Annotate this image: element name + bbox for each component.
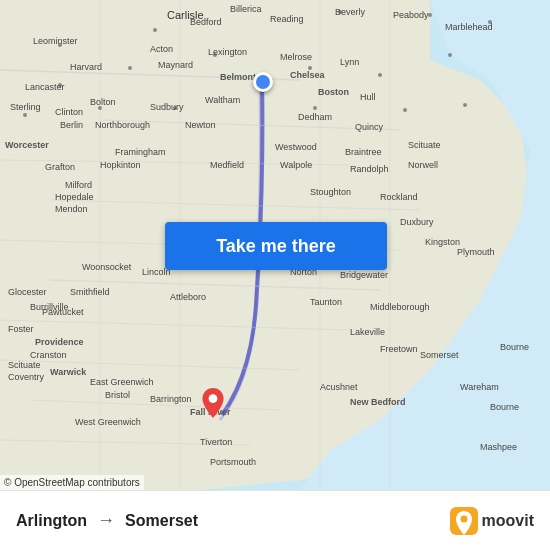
moovit-text: moovit: [482, 512, 534, 530]
svg-point-117: [460, 515, 467, 522]
svg-text:New Bedford: New Bedford: [350, 397, 406, 407]
svg-text:Scituate: Scituate: [8, 360, 41, 370]
svg-text:Leominster: Leominster: [33, 36, 78, 46]
svg-text:Barrington: Barrington: [150, 394, 192, 404]
svg-point-27: [448, 53, 452, 57]
svg-text:Burrillville: Burrillville: [30, 302, 69, 312]
svg-text:Westwood: Westwood: [275, 142, 317, 152]
map-attribution: © OpenStreetMap contributors: [0, 475, 144, 490]
arrow-icon: →: [97, 510, 115, 531]
svg-text:Lynn: Lynn: [340, 57, 359, 67]
svg-text:Marblehead: Marblehead: [445, 22, 493, 32]
bottom-bar: Arlington → Somerset moovit: [0, 490, 550, 550]
svg-text:Providence: Providence: [35, 337, 84, 347]
svg-text:Taunton: Taunton: [310, 297, 342, 307]
svg-text:Sterling: Sterling: [10, 102, 41, 112]
svg-text:Maynard: Maynard: [158, 60, 193, 70]
svg-text:Billerica: Billerica: [230, 4, 262, 14]
svg-text:Bourne: Bourne: [500, 342, 529, 352]
svg-text:Braintree: Braintree: [345, 147, 382, 157]
svg-text:Framingham: Framingham: [115, 147, 166, 157]
map-container: Leominster Harvard Lancaster Sterling Bo…: [0, 0, 550, 490]
svg-text:Melrose: Melrose: [280, 52, 312, 62]
svg-text:Glocester: Glocester: [8, 287, 47, 297]
take-me-there-button[interactable]: Take me there: [165, 222, 387, 270]
svg-text:Rockland: Rockland: [380, 192, 418, 202]
svg-text:Tiverton: Tiverton: [200, 437, 232, 447]
svg-text:Norwell: Norwell: [408, 160, 438, 170]
svg-text:Lakeville: Lakeville: [350, 327, 385, 337]
svg-text:Lexington: Lexington: [208, 47, 247, 57]
svg-point-20: [428, 13, 432, 17]
svg-text:Attleboro: Attleboro: [170, 292, 206, 302]
from-city: Arlington: [16, 512, 87, 530]
svg-text:Milford: Milford: [65, 180, 92, 190]
svg-text:Wareham: Wareham: [460, 382, 499, 392]
svg-point-26: [378, 73, 382, 77]
svg-text:Scituate: Scituate: [408, 140, 441, 150]
svg-text:Freetown: Freetown: [380, 344, 418, 354]
svg-text:Northborough: Northborough: [95, 120, 150, 130]
svg-text:Hull: Hull: [360, 92, 376, 102]
svg-text:Bourne: Bourne: [490, 402, 519, 412]
svg-text:Warwick: Warwick: [50, 367, 87, 377]
svg-text:Chelsea: Chelsea: [290, 70, 326, 80]
to-city: Somerset: [125, 512, 198, 530]
svg-point-33: [463, 103, 467, 107]
svg-text:Boston: Boston: [318, 87, 349, 97]
svg-text:West Greenwich: West Greenwich: [75, 417, 141, 427]
svg-text:Woonsocket: Woonsocket: [82, 262, 132, 272]
svg-point-31: [313, 106, 317, 110]
svg-text:Hopedale: Hopedale: [55, 192, 94, 202]
svg-text:Bridgewater: Bridgewater: [340, 270, 388, 280]
svg-text:Portsmouth: Portsmouth: [210, 457, 256, 467]
svg-text:Sudbury: Sudbury: [150, 102, 184, 112]
svg-point-28: [23, 113, 27, 117]
svg-text:Foster: Foster: [8, 324, 34, 334]
svg-text:Quincy: Quincy: [355, 122, 384, 132]
svg-text:Beverly: Beverly: [335, 7, 366, 17]
svg-text:Middleborough: Middleborough: [370, 302, 430, 312]
svg-point-23: [128, 66, 132, 70]
origin-pin: [253, 72, 273, 92]
svg-text:Stoughton: Stoughton: [310, 187, 351, 197]
svg-text:East Greenwich: East Greenwich: [90, 377, 154, 387]
svg-text:Plymouth: Plymouth: [457, 247, 495, 257]
svg-text:Lancaster: Lancaster: [25, 82, 65, 92]
svg-text:Walpole: Walpole: [280, 160, 312, 170]
svg-text:Acton: Acton: [150, 44, 173, 54]
svg-text:Mendon: Mendon: [55, 204, 88, 214]
svg-text:Grafton: Grafton: [45, 162, 75, 172]
moovit-pin-icon: [450, 507, 478, 535]
svg-text:Clinton: Clinton: [55, 107, 83, 117]
svg-text:Worcester: Worcester: [5, 140, 49, 150]
svg-text:Somerset: Somerset: [420, 350, 459, 360]
svg-text:Bristol: Bristol: [105, 390, 130, 400]
svg-point-32: [403, 108, 407, 112]
svg-text:Cranston: Cranston: [30, 350, 67, 360]
svg-point-115: [209, 394, 218, 403]
svg-text:Acushnet: Acushnet: [320, 382, 358, 392]
svg-text:Smithfield: Smithfield: [70, 287, 110, 297]
svg-text:Belmont: Belmont: [220, 72, 256, 82]
svg-text:Reading: Reading: [270, 14, 304, 24]
svg-text:Dedham: Dedham: [298, 112, 332, 122]
svg-text:Duxbury: Duxbury: [400, 217, 434, 227]
svg-text:Mashpee: Mashpee: [480, 442, 517, 452]
moovit-logo: moovit: [450, 507, 534, 535]
svg-text:Waltham: Waltham: [205, 95, 240, 105]
svg-text:Bedford: Bedford: [190, 17, 222, 27]
svg-point-18: [153, 28, 157, 32]
svg-text:Kingston: Kingston: [425, 237, 460, 247]
svg-text:Randolph: Randolph: [350, 164, 389, 174]
svg-text:Bolton: Bolton: [90, 97, 116, 107]
svg-text:Coventry: Coventry: [8, 372, 45, 382]
svg-text:Medfield: Medfield: [210, 160, 244, 170]
route-info: Arlington → Somerset: [16, 510, 198, 531]
svg-text:Hopkinton: Hopkinton: [100, 160, 141, 170]
destination-pin-icon: [201, 388, 225, 418]
svg-text:Berlin: Berlin: [60, 120, 83, 130]
svg-text:Harvard: Harvard: [70, 62, 102, 72]
svg-text:Peabody: Peabody: [393, 10, 429, 20]
svg-text:Newton: Newton: [185, 120, 216, 130]
